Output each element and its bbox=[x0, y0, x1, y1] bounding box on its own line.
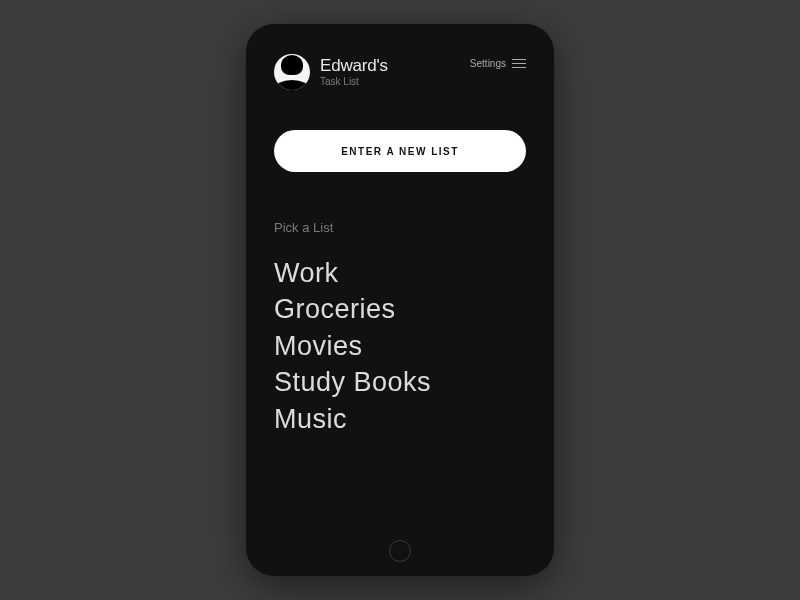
identity-text: Edward's Task List bbox=[320, 57, 388, 88]
settings-label: Settings bbox=[470, 58, 506, 69]
avatar[interactable] bbox=[274, 54, 310, 90]
new-list-button[interactable]: ENTER A NEW LIST bbox=[274, 130, 526, 172]
menu-icon bbox=[512, 59, 526, 68]
pick-list-label: Pick a List bbox=[274, 220, 526, 235]
list-item-work[interactable]: Work bbox=[274, 255, 526, 291]
list-item-music[interactable]: Music bbox=[274, 401, 526, 437]
settings-button[interactable]: Settings bbox=[470, 58, 526, 69]
list-item-movies[interactable]: Movies bbox=[274, 328, 526, 364]
header: Edward's Task List Settings bbox=[274, 54, 526, 90]
list-item-groceries[interactable]: Groceries bbox=[274, 291, 526, 327]
list-container: Work Groceries Movies Study Books Music bbox=[274, 255, 526, 437]
home-button[interactable] bbox=[389, 540, 411, 562]
subtitle: Task List bbox=[320, 76, 388, 87]
identity-block: Edward's Task List bbox=[274, 54, 388, 90]
phone-frame: Edward's Task List Settings ENTER A NEW … bbox=[246, 24, 554, 576]
user-name: Edward's bbox=[320, 57, 388, 76]
list-item-study-books[interactable]: Study Books bbox=[274, 364, 526, 400]
